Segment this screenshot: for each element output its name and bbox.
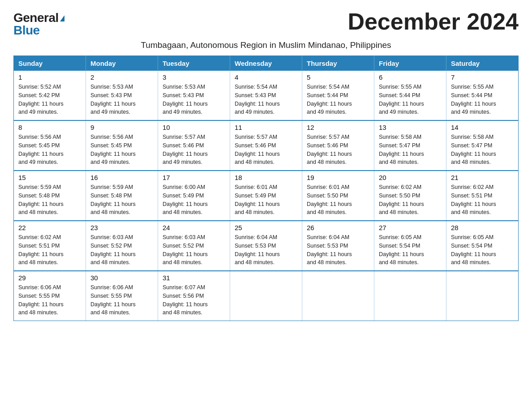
header-sunday: Sunday [14,56,86,71]
calendar-cell [302,271,374,321]
calendar-table: SundayMondayTuesdayWednesdayThursdayFrid… [13,56,519,321]
header-saturday: Saturday [446,56,519,71]
day-number: 8 [18,124,81,131]
day-number: 30 [90,274,153,282]
calendar-cell: 19 Sunrise: 6:01 AMSunset: 5:50 PMDaylig… [302,171,374,221]
calendar-cell: 22 Sunrise: 6:02 AMSunset: 5:51 PMDaylig… [14,221,86,271]
day-number: 7 [451,73,514,81]
calendar-cell: 15 Sunrise: 5:59 AMSunset: 5:48 PMDaylig… [14,171,86,221]
calendar-cell: 3 Sunrise: 5:53 AMSunset: 5:43 PMDayligh… [158,71,230,120]
calendar-cell: 31 Sunrise: 6:07 AMSunset: 5:56 PMDaylig… [158,271,230,321]
day-info: Sunrise: 5:54 AMSunset: 5:44 PMDaylight:… [307,83,369,116]
calendar-cell: 27 Sunrise: 6:05 AMSunset: 5:54 PMDaylig… [374,221,446,271]
day-number: 1 [18,73,81,81]
calendar-cell: 25 Sunrise: 6:04 AMSunset: 5:53 PMDaylig… [230,221,302,271]
day-number: 26 [307,224,369,231]
day-info: Sunrise: 6:02 AMSunset: 5:51 PMDaylight:… [451,183,514,217]
calendar-week-row: 22 Sunrise: 6:02 AMSunset: 5:51 PMDaylig… [14,221,519,271]
day-number: 5 [307,73,369,81]
header-tuesday: Tuesday [158,56,230,71]
day-number: 21 [451,174,514,181]
calendar-cell: 23 Sunrise: 6:03 AMSunset: 5:52 PMDaylig… [86,221,158,271]
logo-general-text: General [13,11,59,25]
calendar-week-row: 15 Sunrise: 5:59 AMSunset: 5:48 PMDaylig… [14,171,519,221]
day-info: Sunrise: 5:55 AMSunset: 5:44 PMDaylight:… [379,83,442,116]
calendar-cell: 13 Sunrise: 5:58 AMSunset: 5:47 PMDaylig… [374,120,446,171]
day-number: 27 [379,224,442,231]
day-info: Sunrise: 5:57 AMSunset: 5:46 PMDaylight:… [163,133,225,167]
calendar-cell: 21 Sunrise: 6:02 AMSunset: 5:51 PMDaylig… [446,171,519,221]
day-info: Sunrise: 6:00 AMSunset: 5:49 PMDaylight:… [163,183,225,217]
day-info: Sunrise: 5:52 AMSunset: 5:42 PMDaylight:… [18,83,81,116]
calendar-cell [374,271,446,321]
calendar-cell: 30 Sunrise: 6:06 AMSunset: 5:55 PMDaylig… [86,271,158,321]
calendar-cell [446,271,519,321]
day-info: Sunrise: 5:53 AMSunset: 5:43 PMDaylight:… [90,83,153,116]
day-number: 15 [18,174,81,181]
day-info: Sunrise: 5:59 AMSunset: 5:48 PMDaylight:… [18,183,81,217]
calendar-header-row: SundayMondayTuesdayWednesdayThursdayFrid… [14,56,519,71]
calendar-cell: 7 Sunrise: 5:55 AMSunset: 5:44 PMDayligh… [446,71,519,120]
header-wednesday: Wednesday [230,56,302,71]
day-info: Sunrise: 5:56 AMSunset: 5:45 PMDaylight:… [18,133,81,167]
day-info: Sunrise: 6:07 AMSunset: 5:56 PMDaylight:… [163,283,225,317]
day-number: 10 [163,124,225,131]
day-number: 25 [235,224,297,231]
calendar-cell: 1 Sunrise: 5:52 AMSunset: 5:42 PMDayligh… [14,71,86,120]
day-info: Sunrise: 6:06 AMSunset: 5:55 PMDaylight:… [90,283,153,317]
calendar-cell: 4 Sunrise: 5:54 AMSunset: 5:43 PMDayligh… [230,71,302,120]
calendar-cell: 10 Sunrise: 5:57 AMSunset: 5:46 PMDaylig… [158,120,230,171]
calendar-cell: 18 Sunrise: 6:01 AMSunset: 5:49 PMDaylig… [230,171,302,221]
day-number: 23 [90,224,153,231]
logo-blue-text: Blue [13,23,40,37]
day-number: 17 [163,174,225,181]
header-thursday: Thursday [302,56,374,71]
day-number: 22 [18,224,81,231]
day-info: Sunrise: 5:58 AMSunset: 5:47 PMDaylight:… [379,133,442,167]
day-number: 18 [235,174,297,181]
header-friday: Friday [374,56,446,71]
day-info: Sunrise: 6:01 AMSunset: 5:49 PMDaylight:… [235,183,297,217]
calendar-week-row: 8 Sunrise: 5:56 AMSunset: 5:45 PMDayligh… [14,120,519,171]
calendar-cell: 14 Sunrise: 5:58 AMSunset: 5:47 PMDaylig… [446,120,519,171]
calendar-week-row: 29 Sunrise: 6:06 AMSunset: 5:55 PMDaylig… [14,271,519,321]
day-number: 20 [379,174,442,181]
day-info: Sunrise: 6:02 AMSunset: 5:51 PMDaylight:… [18,233,81,267]
day-number: 14 [451,124,514,131]
day-info: Sunrise: 5:57 AMSunset: 5:46 PMDaylight:… [235,133,297,167]
calendar-cell: 24 Sunrise: 6:03 AMSunset: 5:52 PMDaylig… [158,221,230,271]
day-info: Sunrise: 5:57 AMSunset: 5:46 PMDaylight:… [307,133,369,167]
calendar-cell: 29 Sunrise: 6:06 AMSunset: 5:55 PMDaylig… [14,271,86,321]
day-info: Sunrise: 6:05 AMSunset: 5:54 PMDaylight:… [451,233,514,267]
calendar-cell: 17 Sunrise: 6:00 AMSunset: 5:49 PMDaylig… [158,171,230,221]
day-number: 16 [90,174,153,181]
page-header: General Blue December 2024 [13,9,519,37]
day-info: Sunrise: 6:02 AMSunset: 5:50 PMDaylight:… [379,183,442,217]
day-info: Sunrise: 6:04 AMSunset: 5:53 PMDaylight:… [307,233,369,267]
day-info: Sunrise: 5:58 AMSunset: 5:47 PMDaylight:… [451,133,514,167]
calendar-cell: 16 Sunrise: 5:59 AMSunset: 5:48 PMDaylig… [86,171,158,221]
day-number: 13 [379,124,442,131]
day-info: Sunrise: 5:59 AMSunset: 5:48 PMDaylight:… [90,183,153,217]
day-number: 11 [235,124,297,131]
day-number: 2 [90,73,153,81]
location-title: Tumbagaan, Autonomous Region in Muslim M… [13,40,519,50]
day-info: Sunrise: 5:56 AMSunset: 5:45 PMDaylight:… [90,133,153,167]
calendar-cell: 20 Sunrise: 6:02 AMSunset: 5:50 PMDaylig… [374,171,446,221]
day-number: 24 [163,224,225,231]
day-number: 4 [235,73,297,81]
day-info: Sunrise: 6:05 AMSunset: 5:54 PMDaylight:… [379,233,442,267]
calendar-cell: 8 Sunrise: 5:56 AMSunset: 5:45 PMDayligh… [14,120,86,171]
calendar-cell [230,271,302,321]
day-number: 3 [163,73,225,81]
logo: General Blue [13,12,64,37]
day-info: Sunrise: 5:55 AMSunset: 5:44 PMDaylight:… [451,83,514,116]
day-info: Sunrise: 6:01 AMSunset: 5:50 PMDaylight:… [307,183,369,217]
calendar-cell: 11 Sunrise: 5:57 AMSunset: 5:46 PMDaylig… [230,120,302,171]
calendar-cell: 5 Sunrise: 5:54 AMSunset: 5:44 PMDayligh… [302,71,374,120]
day-number: 31 [163,274,225,282]
day-number: 19 [307,174,369,181]
day-info: Sunrise: 6:03 AMSunset: 5:52 PMDaylight:… [90,233,153,267]
header-monday: Monday [86,56,158,71]
logo-general-line: General [13,12,64,24]
